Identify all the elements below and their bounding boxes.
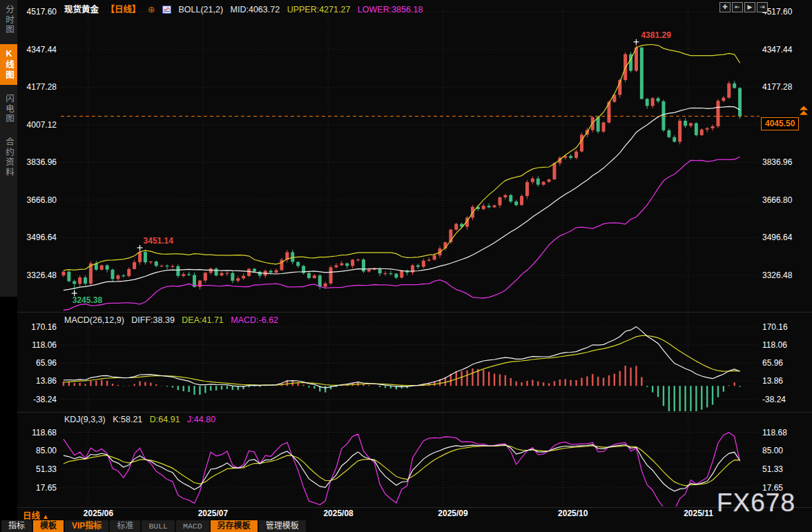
toolbar-button-VIP指标[interactable]: VIP指标 xyxy=(65,520,108,532)
compress-axis-icon[interactable]: ⇤ xyxy=(732,2,743,12)
macd-diff-value: DIFF:38.39 xyxy=(131,315,175,325)
kdj-j-value: J:44.80 xyxy=(187,415,215,424)
period-arrow-icon: ▲ xyxy=(42,513,49,520)
main-y-label-right: 3326.48 xyxy=(762,270,805,280)
main-y-label-right: 3836.96 xyxy=(762,157,805,167)
sidebar-tab-分时图[interactable]: 分时图 xyxy=(0,0,17,40)
kdj-y-label: 118.68 xyxy=(21,428,57,437)
boll-upper-value: UPPER:4271.27 xyxy=(287,5,351,14)
x-axis-month-label: 2025/06 xyxy=(75,509,123,518)
sidebar-tab-合约资料[interactable]: 合约资料 xyxy=(0,132,17,182)
macd-title: MACD(26,12,9) xyxy=(64,315,124,325)
macd-y-label: 65.96 xyxy=(21,358,57,368)
period-label: 日线 xyxy=(23,511,40,521)
annotation-low-price: 3245.38 xyxy=(72,295,102,305)
kdj-y-label: 85.00 xyxy=(21,446,57,455)
macd-y-label: 13.86 xyxy=(21,376,57,386)
macd-macd-value: MACD:-6.62 xyxy=(231,315,278,325)
watermark: FX678 xyxy=(717,489,795,518)
x-axis-month-label: 2025/08 xyxy=(314,509,362,518)
main-y-label: 3496.64 xyxy=(21,233,57,242)
bottom-toolbar: 指标模板VIP指标标准BULLMACD另存模板管理模板 xyxy=(1,520,306,532)
sidebar-tab-闪电图[interactable]: 闪电图 xyxy=(0,89,17,129)
main-y-label: 4177.28 xyxy=(21,82,57,92)
expand-icon[interactable]: ⊕ xyxy=(148,5,155,14)
kdj-title: KDJ(9,3,3) xyxy=(64,415,106,424)
main-y-label-right: 3666.80 xyxy=(762,195,805,205)
kdj-d-value: D:64.91 xyxy=(150,415,180,424)
chart-app: 分时图K线图闪电图合约资料 现货黄金 【日线】 ⊕ BOLL(21,2) MID… xyxy=(0,0,812,532)
kdj-y-label-right: 85.00 xyxy=(762,446,805,455)
kdj-k-value: K:58.21 xyxy=(113,415,142,424)
toolbar-button-管理模板[interactable]: 管理模板 xyxy=(259,520,306,532)
chart-nav-buttons: ✚⇤▶⇥ xyxy=(719,2,768,12)
macd-dea-value: DEA:41.71 xyxy=(182,315,223,325)
x-axis-month-label: 2025/07 xyxy=(188,509,237,518)
toolbar-button-标准[interactable]: 标准 xyxy=(110,520,140,532)
expand-axis-icon-glyph: ▶ xyxy=(748,4,753,10)
macd-y-label-right: 118.06 xyxy=(762,340,805,350)
main-y-label-right: 3496.64 xyxy=(762,233,805,242)
toolbar-button-MACD[interactable]: MACD xyxy=(176,520,209,532)
main-chart-header: 现货黄金 【日线】 ⊕ BOLL(21,2) MID:4063.72 UPPER… xyxy=(64,2,427,16)
x-axis-month-label: 2025/09 xyxy=(429,509,477,518)
annotation-swing-high: 3451.14 xyxy=(144,236,173,246)
macd-y-label-right: 65.96 xyxy=(762,358,805,368)
macd-header: MACD(26,12,9) DIFF:38.39 DEA:41.71 MACD:… xyxy=(64,315,283,325)
macd-y-label: 170.16 xyxy=(21,322,57,332)
sidebar-tab-K线图[interactable]: K线图 xyxy=(0,44,17,85)
main-y-label-right: 4347.44 xyxy=(762,45,805,55)
macd-y-label: -38.24 xyxy=(21,395,57,404)
expand-axis-icon[interactable]: ▶ xyxy=(744,2,755,12)
main-y-label: 4007.12 xyxy=(21,120,57,130)
sidebar: 分时图K线图闪电图合约资料 xyxy=(0,0,17,532)
toolbar-button-指标[interactable]: 指标 xyxy=(1,520,32,532)
pan-icon-glyph: ✚ xyxy=(722,4,728,10)
chart-type-icon[interactable] xyxy=(162,6,171,16)
main-y-label: 3326.48 xyxy=(21,270,57,280)
main-y-label: 4517.60 xyxy=(21,7,57,17)
symbol-name: 现货黄金 xyxy=(64,5,99,14)
x-axis-month-label: 2025/11 xyxy=(675,509,723,518)
kdj-y-label-right: 51.33 xyxy=(762,464,805,474)
kdj-header: KDJ(9,3,3) K:58.21 D:64.91 J:44.80 xyxy=(64,415,220,424)
kdj-y-label: 51.33 xyxy=(21,464,57,474)
main-y-label-right: 4177.28 xyxy=(762,82,805,92)
chart-canvas[interactable] xyxy=(0,0,812,532)
main-y-label-right: 4517.60 xyxy=(762,7,805,17)
kdj-y-label: 17.65 xyxy=(21,483,57,493)
macd-y-label-right: -38.24 xyxy=(762,395,805,404)
macd-y-label-right: 13.86 xyxy=(762,376,805,386)
main-y-label: 3666.80 xyxy=(21,195,57,205)
toolbar-button-模板[interactable]: 模板 xyxy=(33,520,64,532)
period-tag: 【日线】 xyxy=(106,5,141,14)
kdj-y-label-right: 118.68 xyxy=(762,428,805,437)
pan-icon[interactable]: ✚ xyxy=(719,2,731,12)
boll-mid-value: MID:4063.72 xyxy=(231,5,280,14)
macd-y-label: 118.06 xyxy=(21,340,57,350)
x-axis-month-label: 2025/10 xyxy=(549,509,597,518)
annotation-high-price: 4381.29 xyxy=(641,30,670,40)
main-y-label: 4347.44 xyxy=(21,45,57,55)
main-y-label: 3836.96 xyxy=(21,157,57,167)
toolbar-button-另存模板[interactable]: 另存模板 xyxy=(211,520,258,532)
last-price-tag: 4045.50 xyxy=(761,117,799,130)
go-latest-icon-glyph: ⇥ xyxy=(760,4,765,10)
macd-y-label-right: 170.16 xyxy=(762,322,805,332)
go-latest-icon[interactable]: ⇥ xyxy=(757,2,768,12)
boll-lower-value: LOWER:3856.18 xyxy=(358,5,423,14)
compress-axis-icon-glyph: ⇤ xyxy=(735,4,740,10)
boll-label: BOLL(21,2) xyxy=(178,5,223,14)
toolbar-button-BULL[interactable]: BULL xyxy=(142,520,175,532)
